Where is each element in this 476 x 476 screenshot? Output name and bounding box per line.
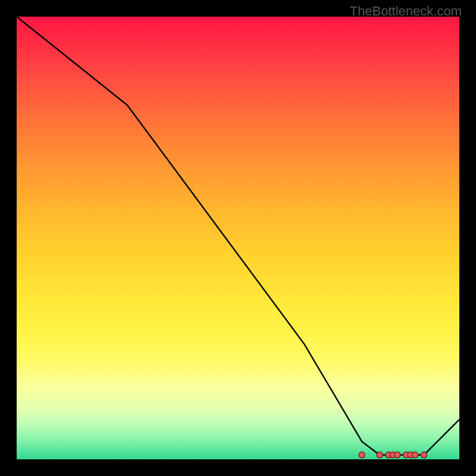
chart-line-path [17,17,459,455]
chart-marker [359,452,365,458]
line-chart [17,17,459,459]
chart-marker [377,452,383,458]
watermark-text: TheBottleneck.com [350,4,462,19]
chart-marker [421,452,427,458]
chart-marker [394,452,400,458]
chart-markers [359,452,427,458]
chart-marker [412,452,418,458]
